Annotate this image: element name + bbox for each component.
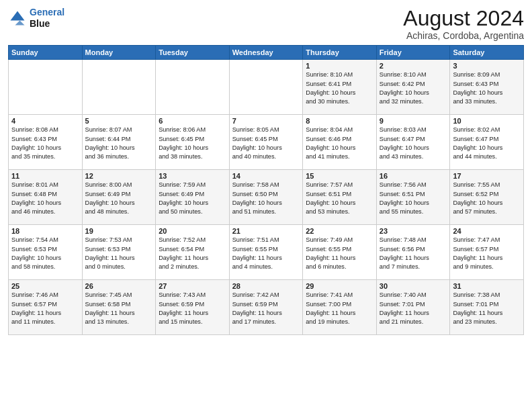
day-number: 25	[11, 282, 79, 290]
calendar-cell: 1Sunrise: 8:10 AM Sunset: 6:41 PM Daylig…	[303, 60, 377, 115]
day-number: 24	[453, 227, 521, 235]
main-title: August 2024	[403, 7, 524, 30]
logo: General Blue	[8, 7, 64, 30]
day-number: 29	[306, 282, 373, 290]
calendar-cell: 2Sunrise: 8:10 AM Sunset: 6:42 PM Daylig…	[376, 60, 450, 115]
calendar-cell	[82, 60, 156, 115]
day-number: 15	[306, 172, 373, 180]
logo-line1: General	[30, 7, 64, 17]
day-info: Sunrise: 7:38 AM Sunset: 7:01 PM Dayligh…	[453, 291, 521, 326]
calendar-cell: 4Sunrise: 8:08 AM Sunset: 6:43 PM Daylig…	[9, 115, 83, 170]
calendar-cell: 17Sunrise: 7:55 AM Sunset: 6:52 PM Dayli…	[450, 170, 524, 225]
calendar-week-1: 1Sunrise: 8:10 AM Sunset: 6:41 PM Daylig…	[9, 60, 524, 115]
calendar-cell: 20Sunrise: 7:52 AM Sunset: 6:54 PM Dayli…	[156, 225, 230, 280]
day-info: Sunrise: 7:54 AM Sunset: 6:53 PM Dayligh…	[11, 236, 79, 271]
day-number: 10	[453, 117, 521, 125]
calendar-cell: 5Sunrise: 8:07 AM Sunset: 6:44 PM Daylig…	[82, 115, 156, 170]
calendar-cell: 27Sunrise: 7:43 AM Sunset: 6:59 PM Dayli…	[156, 280, 230, 335]
calendar-cell: 31Sunrise: 7:38 AM Sunset: 7:01 PM Dayli…	[450, 280, 524, 335]
logo-text: General Blue	[30, 7, 64, 30]
day-number: 31	[453, 282, 521, 290]
header: General Blue August 2024 Achiras, Cordob…	[8, 7, 524, 41]
day-info: Sunrise: 7:47 AM Sunset: 6:57 PM Dayligh…	[453, 236, 521, 271]
calendar-cell: 8Sunrise: 8:04 AM Sunset: 6:46 PM Daylig…	[303, 115, 377, 170]
header-day-wednesday: Wednesday	[229, 46, 303, 60]
day-number: 26	[85, 282, 153, 290]
day-info: Sunrise: 8:09 AM Sunset: 6:43 PM Dayligh…	[453, 71, 521, 106]
day-number: 30	[380, 282, 447, 290]
calendar-cell: 30Sunrise: 7:40 AM Sunset: 7:01 PM Dayli…	[376, 280, 450, 335]
day-number: 6	[159, 117, 226, 125]
day-number: 20	[159, 227, 226, 235]
day-info: Sunrise: 7:40 AM Sunset: 7:01 PM Dayligh…	[380, 291, 447, 326]
day-info: Sunrise: 7:52 AM Sunset: 6:54 PM Dayligh…	[159, 236, 226, 271]
day-info: Sunrise: 7:41 AM Sunset: 7:00 PM Dayligh…	[306, 291, 373, 326]
calendar-week-5: 25Sunrise: 7:46 AM Sunset: 6:57 PM Dayli…	[9, 280, 524, 335]
svg-marker-0	[11, 11, 25, 20]
day-info: Sunrise: 7:58 AM Sunset: 6:50 PM Dayligh…	[232, 181, 300, 216]
header-day-friday: Friday	[376, 46, 450, 60]
day-number: 27	[159, 282, 226, 290]
calendar-week-2: 4Sunrise: 8:08 AM Sunset: 6:43 PM Daylig…	[9, 115, 524, 170]
day-info: Sunrise: 8:07 AM Sunset: 6:44 PM Dayligh…	[85, 126, 153, 161]
day-info: Sunrise: 7:56 AM Sunset: 6:51 PM Dayligh…	[380, 181, 447, 216]
day-info: Sunrise: 7:46 AM Sunset: 6:57 PM Dayligh…	[11, 291, 79, 326]
calendar-cell: 10Sunrise: 8:02 AM Sunset: 6:47 PM Dayli…	[450, 115, 524, 170]
day-info: Sunrise: 8:04 AM Sunset: 6:46 PM Dayligh…	[306, 126, 373, 161]
calendar-week-3: 11Sunrise: 8:01 AM Sunset: 6:48 PM Dayli…	[9, 170, 524, 225]
day-number: 7	[232, 117, 300, 125]
day-info: Sunrise: 7:43 AM Sunset: 6:59 PM Dayligh…	[159, 291, 226, 326]
header-day-sunday: Sunday	[9, 46, 83, 60]
calendar-cell: 15Sunrise: 7:57 AM Sunset: 6:51 PM Dayli…	[303, 170, 377, 225]
day-info: Sunrise: 8:03 AM Sunset: 6:47 PM Dayligh…	[380, 126, 447, 161]
calendar-cell: 23Sunrise: 7:48 AM Sunset: 6:56 PM Dayli…	[376, 225, 450, 280]
calendar-cell: 26Sunrise: 7:45 AM Sunset: 6:58 PM Dayli…	[82, 280, 156, 335]
day-number: 1	[306, 62, 373, 70]
day-number: 23	[380, 227, 447, 235]
day-info: Sunrise: 8:00 AM Sunset: 6:49 PM Dayligh…	[85, 181, 153, 216]
calendar-cell: 11Sunrise: 8:01 AM Sunset: 6:48 PM Dayli…	[9, 170, 83, 225]
calendar-cell: 6Sunrise: 8:06 AM Sunset: 6:45 PM Daylig…	[156, 115, 230, 170]
header-day-saturday: Saturday	[450, 46, 524, 60]
calendar-cell: 12Sunrise: 8:00 AM Sunset: 6:49 PM Dayli…	[82, 170, 156, 225]
day-info: Sunrise: 8:02 AM Sunset: 6:47 PM Dayligh…	[453, 126, 521, 161]
svg-marker-1	[15, 20, 25, 25]
day-number: 17	[453, 172, 521, 180]
calendar-week-4: 18Sunrise: 7:54 AM Sunset: 6:53 PM Dayli…	[9, 225, 524, 280]
day-number: 9	[380, 117, 447, 125]
calendar-cell: 16Sunrise: 7:56 AM Sunset: 6:51 PM Dayli…	[376, 170, 450, 225]
day-info: Sunrise: 7:57 AM Sunset: 6:51 PM Dayligh…	[306, 181, 373, 216]
day-info: Sunrise: 7:59 AM Sunset: 6:49 PM Dayligh…	[159, 181, 226, 216]
calendar-cell: 21Sunrise: 7:51 AM Sunset: 6:55 PM Dayli…	[229, 225, 303, 280]
sub-title: Achiras, Cordoba, Argentina	[403, 30, 524, 41]
header-day-monday: Monday	[82, 46, 156, 60]
day-number: 21	[232, 227, 300, 235]
day-info: Sunrise: 8:05 AM Sunset: 6:45 PM Dayligh…	[232, 126, 300, 161]
day-info: Sunrise: 7:55 AM Sunset: 6:52 PM Dayligh…	[453, 181, 521, 216]
day-info: Sunrise: 8:10 AM Sunset: 6:42 PM Dayligh…	[380, 71, 447, 106]
calendar-cell: 3Sunrise: 8:09 AM Sunset: 6:43 PM Daylig…	[450, 60, 524, 115]
day-info: Sunrise: 7:42 AM Sunset: 6:59 PM Dayligh…	[232, 291, 300, 326]
calendar-cell: 9Sunrise: 8:03 AM Sunset: 6:47 PM Daylig…	[376, 115, 450, 170]
calendar-cell: 22Sunrise: 7:49 AM Sunset: 6:55 PM Dayli…	[303, 225, 377, 280]
calendar-table: SundayMondayTuesdayWednesdayThursdayFrid…	[8, 45, 524, 335]
day-info: Sunrise: 8:01 AM Sunset: 6:48 PM Dayligh…	[11, 181, 79, 216]
calendar-cell: 25Sunrise: 7:46 AM Sunset: 6:57 PM Dayli…	[9, 280, 83, 335]
calendar-cell	[156, 60, 230, 115]
day-info: Sunrise: 8:06 AM Sunset: 6:45 PM Dayligh…	[159, 126, 226, 161]
day-number: 11	[11, 172, 79, 180]
day-number: 22	[306, 227, 373, 235]
calendar-cell: 29Sunrise: 7:41 AM Sunset: 7:00 PM Dayli…	[303, 280, 377, 335]
day-number: 14	[232, 172, 300, 180]
day-number: 19	[85, 227, 153, 235]
day-number: 13	[159, 172, 226, 180]
day-number: 12	[85, 172, 153, 180]
day-info: Sunrise: 7:53 AM Sunset: 6:53 PM Dayligh…	[85, 236, 153, 271]
day-info: Sunrise: 8:08 AM Sunset: 6:43 PM Dayligh…	[11, 126, 79, 161]
day-number: 2	[380, 62, 447, 70]
calendar-cell: 19Sunrise: 7:53 AM Sunset: 6:53 PM Dayli…	[82, 225, 156, 280]
calendar-cell: 14Sunrise: 7:58 AM Sunset: 6:50 PM Dayli…	[229, 170, 303, 225]
title-block: August 2024 Achiras, Cordoba, Argentina	[403, 7, 524, 41]
day-info: Sunrise: 8:10 AM Sunset: 6:41 PM Dayligh…	[306, 71, 373, 106]
calendar-cell: 13Sunrise: 7:59 AM Sunset: 6:49 PM Dayli…	[156, 170, 230, 225]
